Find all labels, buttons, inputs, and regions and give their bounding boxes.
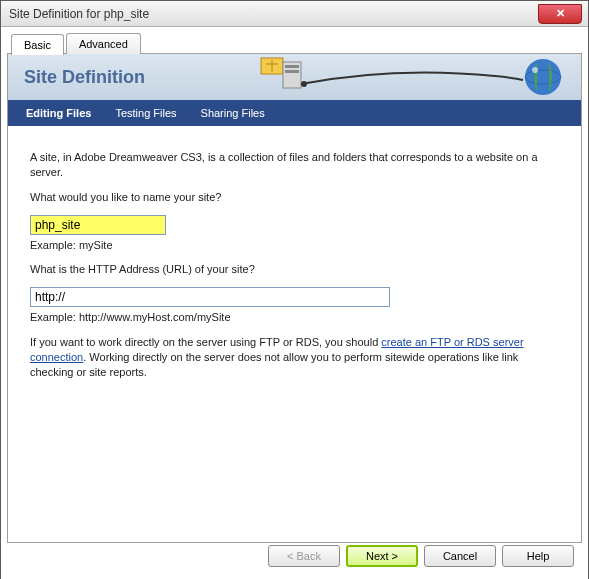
close-icon: ✕ (556, 7, 565, 20)
close-button[interactable]: ✕ (538, 4, 582, 24)
svg-rect-4 (285, 65, 299, 68)
banner: Site Definition (8, 54, 581, 100)
next-button[interactable]: Next > (346, 545, 418, 567)
url-example: Example: http://www.myHost.com/mySite (30, 310, 559, 325)
svg-point-9 (532, 67, 538, 73)
nav-editing-files[interactable]: Editing Files (14, 107, 103, 119)
tab-basic[interactable]: Basic (11, 34, 64, 55)
nav-sharing-label: Sharing Files (201, 107, 265, 119)
cancel-button[interactable]: Cancel (424, 545, 496, 567)
tab-advanced-label: Advanced (79, 38, 128, 50)
dialog-body: Basic Advanced Site Definition (1, 27, 588, 579)
site-name-example: Example: mySite (30, 238, 559, 253)
site-name-input[interactable] (30, 215, 166, 235)
ftp-paragraph: If you want to work directly on the serv… (30, 335, 559, 380)
tab-advanced[interactable]: Advanced (66, 33, 141, 54)
help-button[interactable]: Help (502, 545, 574, 567)
content-area: A site, in Adobe Dreamweaver CS3, is a c… (8, 126, 581, 400)
nav-sharing-files[interactable]: Sharing Files (189, 107, 277, 119)
nav-testing-files[interactable]: Testing Files (103, 107, 188, 119)
nav-testing-label: Testing Files (115, 107, 176, 119)
ftp-text-1: If you want to work directly on the serv… (30, 336, 381, 348)
svg-point-7 (525, 59, 561, 95)
window-title: Site Definition for php_site (9, 7, 149, 21)
tab-panel: Site Definition (7, 53, 582, 543)
wizard-nav: Editing Files Testing Files Sharing File… (8, 100, 581, 126)
tab-basic-label: Basic (24, 39, 51, 51)
button-row: < Back Next > Cancel Help (268, 545, 574, 567)
banner-graphic (255, 56, 565, 98)
ftp-text-2: . Working directly on the server does no… (30, 351, 518, 378)
titlebar: Site Definition for php_site ✕ (1, 1, 588, 27)
tab-strip: Basic Advanced (7, 33, 582, 54)
site-name-label: What would you like to name your site? (30, 190, 559, 205)
url-label: What is the HTTP Address (URL) of your s… (30, 262, 559, 277)
url-input[interactable] (30, 287, 390, 307)
back-button[interactable]: < Back (268, 545, 340, 567)
intro-text: A site, in Adobe Dreamweaver CS3, is a c… (30, 150, 559, 180)
svg-rect-5 (285, 70, 299, 73)
dialog-window: Site Definition for php_site ✕ Basic Adv… (0, 0, 589, 579)
svg-point-6 (301, 81, 307, 87)
banner-title: Site Definition (24, 67, 145, 88)
nav-editing-label: Editing Files (26, 107, 91, 119)
